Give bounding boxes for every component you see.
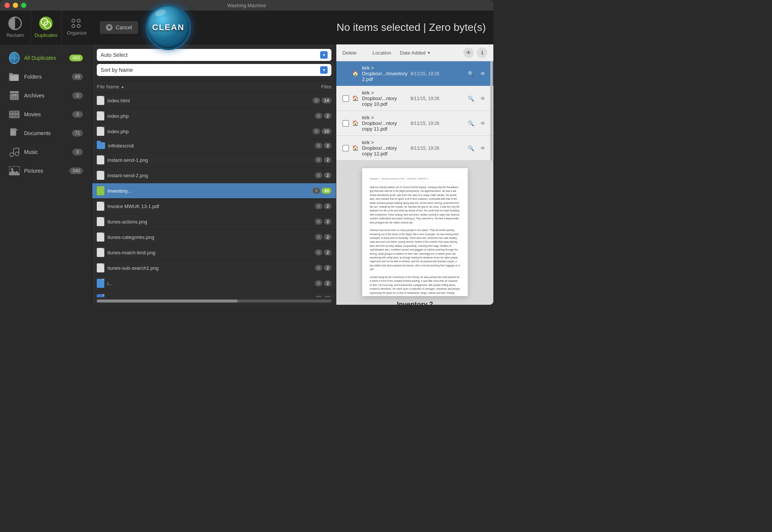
sidebar-item-archives[interactable]: Archives 0 (3, 87, 89, 105)
tab-duplicates[interactable]: Duplicates (31, 11, 62, 44)
cancel-button[interactable]: ✕ Cancel (100, 21, 138, 34)
col-date-header: Date Added ▼ (400, 50, 460, 56)
minimize-button[interactable] (13, 3, 18, 8)
svg-rect-5 (12, 94, 17, 96)
file-item-inventory[interactable]: Inventory... 0 49 (92, 183, 336, 199)
eye-btn-2[interactable]: 👁 (478, 94, 487, 103)
svg-line-22 (14, 148, 19, 149)
duplicates-icon (39, 17, 53, 30)
file-item[interactable]: index.php 0 10 (92, 124, 336, 139)
sidebar-item-documents[interactable]: Documents 71 (3, 124, 89, 142)
file-icon (97, 217, 104, 226)
info-icon: ℹ (481, 50, 483, 56)
eye-btn-3[interactable]: 👁 (478, 119, 487, 128)
folders-badge: 49 (72, 73, 83, 80)
sort-dropdown[interactable]: Sort by Name ▼ (97, 64, 331, 76)
file-item[interactable]: K K.png 0 2 (92, 291, 336, 297)
pictures-icon (9, 166, 20, 176)
folder-icon (97, 142, 105, 149)
close-button[interactable] (5, 3, 10, 8)
file-item[interactable]: itunes-actions.png 0 2 (92, 214, 336, 230)
maximize-button[interactable] (21, 3, 26, 8)
sidebar-item-pictures[interactable]: Pictures 340 (3, 162, 89, 180)
header: ✕ Cancel CLEAN No items selected | Zero … (92, 11, 493, 44)
search-btn-4[interactable]: 🔍 (466, 144, 475, 153)
preview-row-4[interactable]: 🏠 kirk > Dropbox/...ntory copy 12.pdf 8/… (336, 136, 493, 161)
tab-organize[interactable]: Organize (62, 11, 92, 44)
preview-row-1[interactable]: 🏠 kirk > Dropbox/.../Inventory 2.pdf 8/1… (336, 61, 493, 86)
file-list-scrollbar-track[interactable] (97, 299, 331, 302)
preview-header-cols: Delete Location Date Added ▼ (342, 50, 460, 56)
checkbox-3[interactable] (342, 120, 349, 127)
svg-rect-11 (13, 115, 15, 117)
eye-btn-4[interactable]: 👁 (478, 144, 487, 153)
preview-header: Delete Location Date Added ▼ 👁 ℹ (336, 44, 493, 61)
file-name: Invoice MWUK 13-1.pdf (107, 204, 312, 209)
file-item[interactable]: index.php 0 2 (92, 108, 336, 124)
checkbox-1[interactable] (342, 70, 349, 77)
preview-row-3[interactable]: 🏠 kirk > Dropbox/...ntory copy 11.pdf 8/… (336, 111, 493, 136)
clean-button[interactable]: CLEAN (146, 5, 191, 50)
preview-filename: Inventory 2 (397, 301, 433, 305)
cancel-label: Cancel (116, 24, 132, 30)
file-item[interactable]: Invoice MWUK 13-1.pdf 0 2 (92, 199, 336, 214)
sidebar-item-music[interactable]: Music 0 (3, 143, 89, 161)
preview-row-2[interactable]: 🏠 kirk > Dropbox/...ntory copy 10.pdf 8/… (336, 86, 493, 111)
file-item[interactable]: infinitescroll 0 2 (92, 139, 336, 152)
search-btn-3[interactable]: 🔍 (466, 119, 475, 128)
preview-scrollbar-thumb (490, 61, 493, 161)
search-btn-1[interactable]: 🔍 (466, 69, 475, 78)
sidebar-item-movies[interactable]: Movies 0 (3, 105, 89, 123)
sidebar-item-all-duplicates[interactable]: All Duplicates 460 (3, 49, 89, 67)
svg-rect-3 (10, 91, 19, 93)
music-label: Music (24, 149, 68, 155)
col-location-header: Location (372, 50, 392, 56)
file-item[interactable]: i... 0 2 (92, 276, 336, 291)
info-button[interactable]: ℹ (477, 47, 487, 58)
row-location-4: kirk > Dropbox/...ntory copy 12.pdf (362, 140, 407, 157)
sort-down-icon: ▼ (427, 51, 431, 55)
auto-select-dropdown[interactable]: Auto Select ▼ (97, 49, 331, 61)
file-icon (97, 233, 104, 242)
eye-button[interactable]: 👁 (463, 47, 474, 58)
file-item[interactable]: itunes-sub-search1.png 0 2 (92, 260, 336, 276)
checkbox-2[interactable] (342, 95, 349, 102)
eye-btn-1[interactable]: 👁 (478, 69, 487, 78)
svg-rect-8 (13, 111, 15, 113)
file-list-scrollbar-thumb[interactable] (97, 299, 238, 302)
preview-toolbar: 👁 ℹ (463, 47, 487, 58)
app-body: Reclaim Duplicates Organize All (0, 11, 493, 305)
top-nav: Reclaim Duplicates Organize (0, 11, 92, 44)
music-badge: 0 (72, 149, 83, 155)
search-btn-2[interactable]: 🔍 (466, 94, 475, 103)
preview-rows: 🏠 kirk > Dropbox/.../Inventory 2.pdf 8/1… (336, 61, 493, 161)
file-item[interactable]: itunes-match-limit.png 0 2 (92, 245, 336, 260)
documents-badge: 71 (72, 130, 83, 137)
sort-up-icon: ▲ (121, 85, 125, 89)
archives-label: Archives (24, 93, 68, 99)
auto-select-arrow: ▼ (320, 51, 328, 59)
tab-reclaim[interactable]: Reclaim (0, 11, 31, 44)
file-item[interactable]: instant-send-1.png 0 2 (92, 152, 336, 168)
sort-arrow: ▼ (320, 66, 328, 74)
preview-rows-scrollbar[interactable] (490, 61, 493, 161)
svg-marker-14 (16, 128, 18, 131)
file-item[interactable]: instant-send-2.png 0 2 (92, 168, 336, 183)
organize-icon (72, 19, 82, 28)
file-name: index.html (107, 98, 310, 103)
file-list: index.html 0 14 index.php 0 2 (92, 93, 336, 297)
file-name: itunes-sub-search1.png (107, 265, 312, 271)
all-duplicates-label: All Duplicates (24, 55, 65, 61)
row-date-2: 8/11/15, 19:26 (410, 96, 463, 101)
checkbox-4[interactable] (342, 145, 349, 152)
file-item[interactable]: index.html 0 14 (92, 93, 336, 108)
file-item[interactable]: itunes-categories.png 0 2 (92, 230, 336, 245)
tab-duplicates-label: Duplicates (35, 32, 58, 38)
eye-icon: 👁 (466, 50, 471, 56)
file-icon (97, 127, 104, 136)
globe-icon (9, 52, 20, 64)
file-counts: 0 49 (313, 188, 331, 194)
tab-reclaim-label: Reclaim (6, 32, 24, 38)
sidebar-item-folders[interactable]: Folders 49 (3, 68, 89, 86)
col-filename-header[interactable]: File Name ▲ (97, 84, 301, 90)
